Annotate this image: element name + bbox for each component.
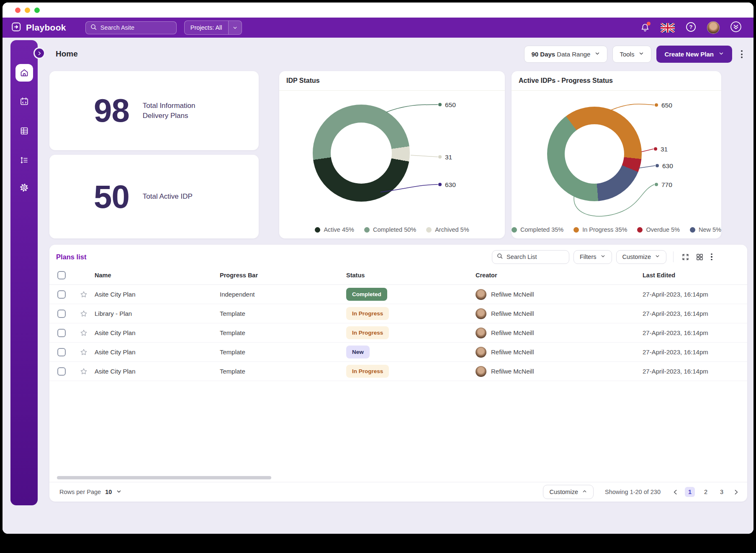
creator-name: Refilwe McNeill bbox=[491, 329, 534, 336]
column-header-creator[interactable]: Creator bbox=[476, 272, 643, 279]
plan-name[interactable]: Asite City Plan bbox=[95, 348, 220, 356]
chart-title: IDP Status bbox=[279, 71, 505, 91]
callout-value: 31 bbox=[445, 154, 452, 161]
stat-card-total-idp: 98 Total Information Delivery Plans bbox=[49, 71, 259, 150]
legend-item[interactable]: In Progress 35% bbox=[573, 226, 627, 233]
callout-value: 770 bbox=[661, 181, 672, 188]
customize-dropdown[interactable]: Customize bbox=[616, 250, 667, 264]
chevron-down-icon bbox=[600, 253, 606, 260]
plan-name[interactable]: Asite City Plan bbox=[95, 291, 220, 298]
table-row[interactable]: Asite City Plan Template In Progress Ref… bbox=[49, 323, 747, 343]
column-header-status[interactable]: Status bbox=[346, 272, 476, 279]
sidebar-item-projects[interactable] bbox=[10, 126, 38, 138]
legend-label: Active 45% bbox=[324, 226, 354, 233]
page-number-2[interactable]: 2 bbox=[701, 487, 711, 497]
grid-view-button[interactable] bbox=[694, 252, 705, 262]
rows-per-page-value: 10 bbox=[105, 489, 112, 495]
legend-label: In Progress 35% bbox=[582, 226, 627, 233]
column-header-name[interactable]: Name bbox=[95, 272, 220, 279]
horizontal-scrollbar[interactable] bbox=[57, 476, 271, 479]
select-all-checkbox[interactable] bbox=[57, 271, 66, 279]
legend-item[interactable]: Completed 50% bbox=[364, 226, 416, 233]
plans-list-title: Plans list bbox=[56, 253, 488, 261]
rows-per-page-dropdown[interactable]: Rows per Page 10 bbox=[59, 489, 122, 496]
last-edited-timestamp: 27-April-2023, 16:14pm bbox=[643, 368, 747, 375]
plan-name[interactable]: Library - Plan bbox=[95, 310, 220, 317]
global-search-input[interactable] bbox=[100, 24, 172, 31]
donut-chart: 65031630 Active 45%Completed 50%Archived… bbox=[279, 91, 505, 238]
global-search[interactable] bbox=[85, 21, 177, 34]
minimize-window-button[interactable] bbox=[25, 8, 30, 13]
legend-item[interactable]: New 5% bbox=[690, 226, 721, 233]
plan-name[interactable]: Asite City Plan bbox=[95, 329, 220, 336]
collapse-header-button[interactable] bbox=[730, 21, 742, 34]
tools-dropdown[interactable]: Tools bbox=[612, 46, 651, 63]
filters-dropdown[interactable]: Filters bbox=[573, 250, 612, 264]
previous-page-button[interactable] bbox=[672, 489, 679, 496]
projects-dropdown-label: Projects: All bbox=[185, 21, 228, 34]
page-number-1[interactable]: 1 bbox=[685, 487, 695, 497]
row-checkbox[interactable] bbox=[57, 329, 66, 337]
creator-avatar bbox=[476, 366, 486, 377]
sidebar-item-calendar[interactable] bbox=[10, 96, 38, 108]
help-button[interactable]: ? bbox=[685, 21, 697, 34]
page-number-3[interactable]: 3 bbox=[717, 487, 727, 497]
expand-list-button[interactable] bbox=[680, 252, 690, 262]
next-page-button[interactable] bbox=[733, 489, 740, 496]
sidebar-item-plan-list[interactable] bbox=[10, 155, 38, 167]
table-row[interactable]: Asite City Plan Template New Refilwe McN… bbox=[49, 343, 747, 362]
customize-footer-label: Customize bbox=[549, 489, 578, 495]
status-badge: New bbox=[346, 346, 370, 358]
create-new-plan-button[interactable]: Create New Plan bbox=[656, 46, 732, 63]
sidebar-item-home[interactable] bbox=[10, 64, 38, 82]
legend-item[interactable]: Overdue 5% bbox=[637, 226, 680, 233]
maximize-window-button[interactable] bbox=[34, 8, 40, 13]
stat-value: 98 bbox=[94, 92, 129, 130]
chart-card-progress-status: Active IDPs - Progress Status 6503163077… bbox=[512, 71, 721, 238]
favorite-star-icon[interactable] bbox=[73, 367, 95, 376]
app-logo[interactable]: Playbook bbox=[11, 21, 66, 34]
plans-toolbar: Plans list Filters Customize bbox=[49, 245, 747, 266]
chart-title: Active IDPs - Progress Status bbox=[512, 71, 721, 91]
page-more-menu[interactable] bbox=[737, 46, 746, 63]
legend-item[interactable]: Completed 35% bbox=[512, 226, 563, 233]
close-window-button[interactable] bbox=[15, 8, 21, 13]
table-row[interactable]: Asite City Plan Template In Progress Ref… bbox=[49, 362, 747, 381]
favorite-star-icon[interactable] bbox=[73, 348, 95, 356]
projects-dropdown[interactable]: Projects: All bbox=[184, 20, 242, 35]
data-range-dropdown[interactable]: 90 Days Data Range bbox=[524, 46, 607, 63]
creator-avatar bbox=[476, 308, 486, 319]
list-search-input[interactable] bbox=[507, 253, 565, 260]
sidebar-expand-button[interactable] bbox=[33, 47, 45, 59]
donut-hole bbox=[331, 123, 392, 184]
table-row[interactable]: Library - Plan Template In Progress Refi… bbox=[49, 304, 747, 323]
favorite-star-icon[interactable] bbox=[73, 290, 95, 299]
column-header-last-edited[interactable]: Last Edited bbox=[643, 272, 747, 279]
column-header-progress-bar[interactable]: Progress Bar bbox=[220, 272, 346, 279]
creator-avatar bbox=[476, 347, 486, 358]
table-row[interactable]: Asite City Plan Independent Completed Re… bbox=[49, 285, 747, 304]
list-more-menu[interactable] bbox=[709, 252, 715, 262]
favorite-star-icon[interactable] bbox=[73, 310, 95, 318]
favorite-star-icon[interactable] bbox=[73, 329, 95, 337]
row-checkbox[interactable] bbox=[57, 348, 66, 356]
legend-dot bbox=[512, 227, 517, 233]
creator-name: Refilwe McNeill bbox=[491, 348, 534, 356]
row-checkbox[interactable] bbox=[57, 310, 66, 318]
legend-item[interactable]: Active 45% bbox=[315, 226, 354, 233]
row-checkbox[interactable] bbox=[57, 290, 66, 299]
list-search[interactable] bbox=[492, 250, 569, 264]
legend-item[interactable]: Archived 5% bbox=[426, 226, 469, 233]
callout-value: 650 bbox=[661, 102, 672, 109]
uk-flag-icon[interactable] bbox=[661, 23, 675, 33]
notifications-button[interactable] bbox=[640, 23, 650, 33]
chevron-down-icon bbox=[638, 51, 644, 58]
row-checkbox[interactable] bbox=[57, 367, 66, 376]
last-edited-timestamp: 27-April-2023, 16:14pm bbox=[643, 310, 747, 317]
sidebar-item-settings[interactable] bbox=[10, 182, 38, 195]
status-badge: In Progress bbox=[346, 326, 389, 339]
plan-name[interactable]: Asite City Plan bbox=[95, 368, 220, 375]
user-avatar[interactable] bbox=[707, 21, 720, 34]
customize-footer-dropdown[interactable]: Customize bbox=[543, 485, 594, 499]
pagination-pages: 123 bbox=[685, 487, 727, 497]
